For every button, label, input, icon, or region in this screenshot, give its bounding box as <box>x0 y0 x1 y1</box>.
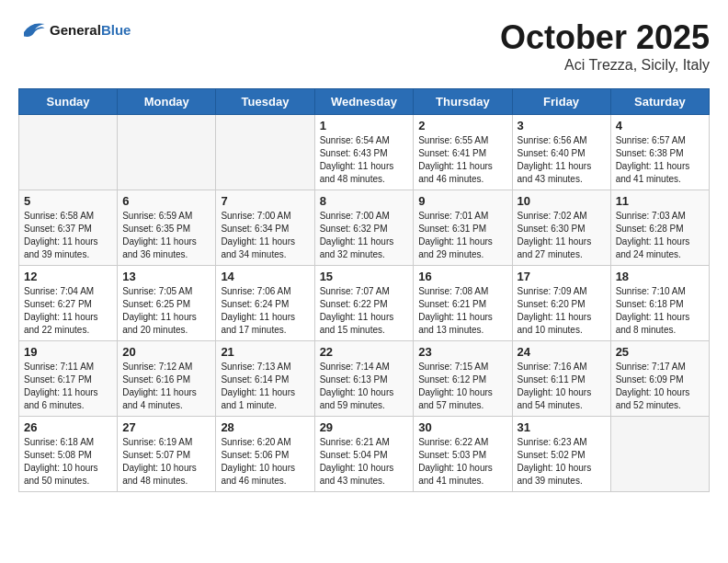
weekday-header-row: SundayMondayTuesdayWednesdayThursdayFrid… <box>19 89 710 115</box>
calendar-cell: 17Sunrise: 7:09 AM Sunset: 6:20 PM Dayli… <box>512 266 610 341</box>
calendar-cell: 13Sunrise: 7:05 AM Sunset: 6:25 PM Dayli… <box>118 266 216 341</box>
day-number: 17 <box>518 270 606 283</box>
calendar-cell: 5Sunrise: 6:58 AM Sunset: 6:37 PM Daylig… <box>19 190 118 266</box>
day-number: 18 <box>616 270 704 283</box>
day-info: Sunrise: 7:03 AM Sunset: 6:28 PM Dayligh… <box>616 210 704 261</box>
day-number: 6 <box>122 194 210 208</box>
calendar-cell: 31Sunrise: 6:23 AM Sunset: 5:02 PM Dayli… <box>512 417 610 492</box>
calendar-cell: 19Sunrise: 7:11 AM Sunset: 6:17 PM Dayli… <box>19 341 118 417</box>
day-info: Sunrise: 7:14 AM Sunset: 6:13 PM Dayligh… <box>320 361 409 412</box>
day-info: Sunrise: 7:10 AM Sunset: 6:18 PM Dayligh… <box>616 285 704 337</box>
day-info: Sunrise: 7:11 AM Sunset: 6:17 PM Dayligh… <box>24 361 112 412</box>
day-info: Sunrise: 7:17 AM Sunset: 6:09 PM Dayligh… <box>616 361 704 412</box>
calendar-cell: 11Sunrise: 7:03 AM Sunset: 6:28 PM Dayli… <box>610 190 709 266</box>
day-info: Sunrise: 6:59 AM Sunset: 6:35 PM Dayligh… <box>122 210 210 261</box>
day-number: 19 <box>24 345 112 359</box>
day-info: Sunrise: 6:56 AM Sunset: 6:40 PM Dayligh… <box>518 134 606 186</box>
day-info: Sunrise: 7:06 AM Sunset: 6:24 PM Dayligh… <box>221 285 309 337</box>
calendar-cell: 6Sunrise: 6:59 AM Sunset: 6:35 PM Daylig… <box>118 190 216 266</box>
calendar-cell <box>610 417 709 492</box>
calendar-cell: 22Sunrise: 7:14 AM Sunset: 6:13 PM Dayli… <box>314 341 414 417</box>
calendar-cell: 16Sunrise: 7:08 AM Sunset: 6:21 PM Dayli… <box>414 266 512 341</box>
day-number: 24 <box>518 345 606 359</box>
day-number: 8 <box>320 194 409 208</box>
week-row-4: 19Sunrise: 7:11 AM Sunset: 6:17 PM Dayli… <box>19 341 710 417</box>
week-row-1: 1Sunrise: 6:54 AM Sunset: 6:43 PM Daylig… <box>19 115 710 190</box>
day-number: 30 <box>418 420 506 434</box>
day-info: Sunrise: 7:02 AM Sunset: 6:30 PM Dayligh… <box>518 210 606 261</box>
day-number: 21 <box>221 345 309 359</box>
day-number: 10 <box>518 194 606 208</box>
day-number: 23 <box>418 345 506 359</box>
day-number: 13 <box>122 270 210 283</box>
day-info: Sunrise: 6:21 AM Sunset: 5:04 PM Dayligh… <box>320 436 409 488</box>
calendar-cell: 20Sunrise: 7:12 AM Sunset: 6:16 PM Dayli… <box>118 341 216 417</box>
calendar-cell: 10Sunrise: 7:02 AM Sunset: 6:30 PM Dayli… <box>512 190 610 266</box>
day-info: Sunrise: 7:01 AM Sunset: 6:31 PM Dayligh… <box>418 210 506 261</box>
calendar-cell: 21Sunrise: 7:13 AM Sunset: 6:14 PM Dayli… <box>216 341 314 417</box>
day-number: 22 <box>320 345 409 359</box>
calendar-cell <box>19 115 118 190</box>
day-info: Sunrise: 7:09 AM Sunset: 6:20 PM Dayligh… <box>518 285 606 337</box>
calendar-cell <box>118 115 216 190</box>
week-row-5: 26Sunrise: 6:18 AM Sunset: 5:08 PM Dayli… <box>19 417 710 492</box>
day-number: 16 <box>418 270 506 283</box>
day-info: Sunrise: 6:22 AM Sunset: 5:03 PM Dayligh… <box>418 436 506 488</box>
day-info: Sunrise: 6:57 AM Sunset: 6:38 PM Dayligh… <box>616 134 704 186</box>
day-number: 2 <box>418 119 506 132</box>
day-info: Sunrise: 7:12 AM Sunset: 6:16 PM Dayligh… <box>122 361 210 412</box>
day-info: Sunrise: 7:16 AM Sunset: 6:11 PM Dayligh… <box>518 361 606 412</box>
calendar-cell: 28Sunrise: 6:20 AM Sunset: 5:06 PM Dayli… <box>216 417 314 492</box>
day-number: 4 <box>616 119 704 132</box>
day-number: 27 <box>122 420 210 434</box>
calendar-cell: 25Sunrise: 7:17 AM Sunset: 6:09 PM Dayli… <box>610 341 709 417</box>
month-title: October 2025 <box>500 18 710 57</box>
location-subtitle: Aci Trezza, Sicily, Italy <box>500 57 710 74</box>
day-info: Sunrise: 6:58 AM Sunset: 6:37 PM Dayligh… <box>24 210 112 261</box>
week-row-2: 5Sunrise: 6:58 AM Sunset: 6:37 PM Daylig… <box>19 190 710 266</box>
day-number: 29 <box>320 420 409 434</box>
day-info: Sunrise: 6:19 AM Sunset: 5:07 PM Dayligh… <box>122 436 210 488</box>
week-row-3: 12Sunrise: 7:04 AM Sunset: 6:27 PM Dayli… <box>19 266 710 341</box>
calendar-cell: 30Sunrise: 6:22 AM Sunset: 5:03 PM Dayli… <box>414 417 512 492</box>
day-number: 5 <box>24 194 112 208</box>
calendar-cell: 26Sunrise: 6:18 AM Sunset: 5:08 PM Dayli… <box>19 417 118 492</box>
day-info: Sunrise: 6:20 AM Sunset: 5:06 PM Dayligh… <box>221 436 309 488</box>
calendar-cell: 1Sunrise: 6:54 AM Sunset: 6:43 PM Daylig… <box>314 115 414 190</box>
day-info: Sunrise: 7:05 AM Sunset: 6:25 PM Dayligh… <box>122 285 210 337</box>
calendar-cell: 15Sunrise: 7:07 AM Sunset: 6:22 PM Dayli… <box>314 266 414 341</box>
day-info: Sunrise: 6:23 AM Sunset: 5:02 PM Dayligh… <box>518 436 606 488</box>
day-number: 28 <box>221 420 309 434</box>
day-info: Sunrise: 6:55 AM Sunset: 6:41 PM Dayligh… <box>418 134 506 186</box>
calendar-cell: 4Sunrise: 6:57 AM Sunset: 6:38 PM Daylig… <box>610 115 709 190</box>
day-number: 25 <box>616 345 704 359</box>
calendar-cell: 18Sunrise: 7:10 AM Sunset: 6:18 PM Dayli… <box>610 266 709 341</box>
day-number: 20 <box>122 345 210 359</box>
day-number: 11 <box>616 194 704 208</box>
calendar-cell: 29Sunrise: 6:21 AM Sunset: 5:04 PM Dayli… <box>314 417 414 492</box>
day-number: 26 <box>24 420 112 434</box>
calendar-cell: 7Sunrise: 7:00 AM Sunset: 6:34 PM Daylig… <box>216 190 314 266</box>
calendar-cell: 12Sunrise: 7:04 AM Sunset: 6:27 PM Dayli… <box>19 266 118 341</box>
day-number: 7 <box>221 194 309 208</box>
day-number: 12 <box>24 270 112 283</box>
calendar-cell: 2Sunrise: 6:55 AM Sunset: 6:41 PM Daylig… <box>414 115 512 190</box>
day-number: 9 <box>418 194 506 208</box>
calendar-cell: 9Sunrise: 7:01 AM Sunset: 6:31 PM Daylig… <box>414 190 512 266</box>
calendar-cell: 23Sunrise: 7:15 AM Sunset: 6:12 PM Dayli… <box>414 341 512 417</box>
day-info: Sunrise: 7:08 AM Sunset: 6:21 PM Dayligh… <box>418 285 506 337</box>
logo: GeneralBlue <box>18 18 131 40</box>
weekday-header-friday: Friday <box>512 89 610 115</box>
day-number: 3 <box>518 119 606 132</box>
day-info: Sunrise: 7:00 AM Sunset: 6:34 PM Dayligh… <box>221 210 309 261</box>
day-info: Sunrise: 7:04 AM Sunset: 6:27 PM Dayligh… <box>24 285 112 337</box>
calendar-cell: 24Sunrise: 7:16 AM Sunset: 6:11 PM Dayli… <box>512 341 610 417</box>
day-info: Sunrise: 7:00 AM Sunset: 6:32 PM Dayligh… <box>320 210 409 261</box>
day-number: 15 <box>320 270 409 283</box>
weekday-header-monday: Monday <box>118 89 216 115</box>
calendar-cell: 3Sunrise: 6:56 AM Sunset: 6:40 PM Daylig… <box>512 115 610 190</box>
weekday-header-tuesday: Tuesday <box>216 89 314 115</box>
logo-bird-icon <box>18 18 46 40</box>
calendar-cell <box>216 115 314 190</box>
day-number: 14 <box>221 270 309 283</box>
